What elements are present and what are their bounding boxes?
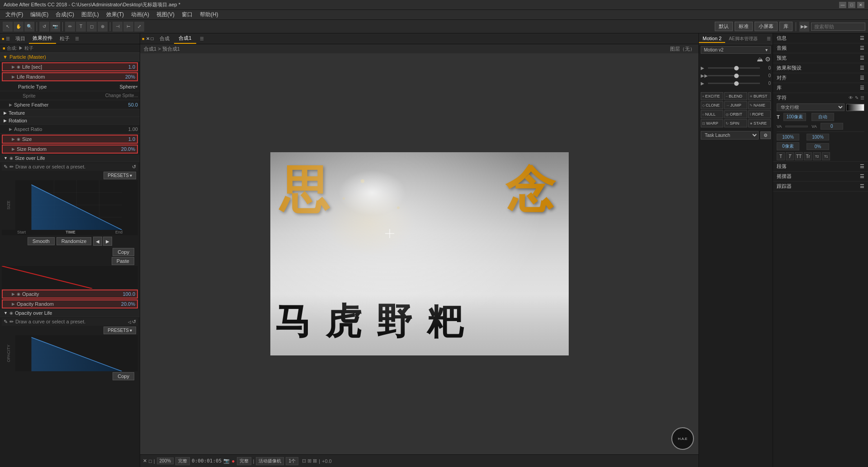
slider-2-thumb[interactable]	[734, 74, 739, 78]
size-value[interactable]: 1.0	[113, 136, 135, 142]
baseline-value[interactable]: 0像素	[777, 142, 799, 150]
tab-effect-controls[interactable]: 效果控件	[29, 33, 56, 44]
menu-effect[interactable]: 效果(T)	[103, 10, 127, 19]
row-expand[interactable]: ▶	[12, 65, 15, 69]
tool-puppet[interactable]: ⊕	[98, 22, 108, 32]
op-stopwatch[interactable]: ◉	[17, 292, 20, 296]
tool-hand[interactable]: ✋	[14, 22, 24, 32]
clone-button[interactable]: ◇ CLONE	[701, 101, 723, 109]
rotation-header[interactable]: ▶ Rotation	[0, 117, 140, 125]
tool-shape[interactable]: ◻	[87, 22, 97, 32]
tracking-value-2[interactable]: 0	[821, 123, 843, 130]
tool-snap[interactable]: ⤢	[134, 22, 144, 32]
arrow-left-icon[interactable]: ◁	[128, 320, 131, 324]
preview-square[interactable]: □	[151, 36, 153, 41]
tool-select[interactable]: ↖	[3, 22, 13, 32]
fmt-small-caps[interactable]: Tr	[804, 152, 812, 160]
reset-curve-icon[interactable]: ↺	[132, 164, 136, 170]
preview-tab-menu[interactable]: ☰	[200, 36, 204, 41]
burst-button[interactable]: ✳ BURST	[748, 92, 771, 100]
menu-composition[interactable]: 合成(C)	[52, 10, 78, 19]
workspace-default[interactable]: 默认	[715, 22, 733, 31]
stopwatch-icon[interactable]: ◉	[17, 65, 20, 69]
orbit-button[interactable]: ◎ ORBIT	[724, 110, 747, 118]
op-curve-icon[interactable]: ✏	[9, 319, 14, 325]
task-launch-select[interactable]: Task Launch	[701, 131, 759, 140]
opacity-over-life-header[interactable]: ▼ ◉ Opacity over Life	[0, 309, 140, 317]
search-input[interactable]	[811, 23, 865, 31]
close-button[interactable]: ✕	[857, 2, 864, 8]
warp-button[interactable]: ⊡ WARP	[701, 119, 723, 127]
preview-controls[interactable]: ■ ✕ □	[140, 36, 155, 41]
char-menu-icon[interactable]: ☰	[860, 95, 864, 100]
menu-animation[interactable]: 动画(A)	[127, 10, 153, 19]
task-launch-btn[interactable]: ⚙	[760, 131, 771, 139]
row-expand-2[interactable]: ▶	[12, 75, 15, 79]
effects-menu[interactable]: ☰	[860, 65, 864, 71]
prev-frame-btn[interactable]: ◀	[93, 237, 102, 246]
copy-button-1[interactable]: Copy	[113, 248, 134, 256]
fmt-italic[interactable]: T	[786, 152, 794, 160]
audio-menu[interactable]: ☰	[860, 45, 864, 51]
library-menu[interactable]: ☰	[860, 85, 864, 91]
row-expand-3[interactable]: ▶	[9, 103, 12, 107]
zoom-selector[interactable]: 200%	[157, 458, 174, 464]
tool-zoom[interactable]: 🔍	[24, 22, 34, 32]
texture-header[interactable]: ▶ Texture	[0, 109, 140, 117]
jump-button[interactable]: → JUMP	[724, 101, 747, 109]
tab-motion2[interactable]: Motion 2	[699, 35, 725, 43]
spin-button[interactable]: ↻ SPIN	[724, 119, 747, 127]
viewer-close-icon[interactable]: ✕	[143, 458, 147, 464]
paragraph-menu[interactable]: ☰	[860, 163, 864, 169]
life-sec-value[interactable]: 1.0	[113, 64, 135, 70]
tracker-menu[interactable]: ☰	[860, 183, 864, 189]
chevron-down-icon[interactable]: ▾	[136, 84, 138, 89]
slider-1-thumb[interactable]	[734, 66, 739, 70]
left-panel-controls[interactable]: ■ ☰	[0, 36, 12, 41]
char-size-value[interactable]: 100像素	[783, 113, 806, 121]
camera-selector[interactable]: 活动摄像机	[256, 457, 284, 465]
scale-v-value[interactable]: 100%	[807, 134, 829, 140]
slider-1-track[interactable]	[708, 67, 760, 69]
aspect-ratio-value[interactable]: 1.00	[115, 126, 138, 132]
curve-tool-icon[interactable]: ✏	[9, 164, 14, 170]
blend-button[interactable]: ~ BLEND	[724, 92, 747, 100]
maximize-button[interactable]: □	[848, 2, 855, 8]
char-eye-icon[interactable]: 👁	[849, 95, 853, 100]
stare-button[interactable]: ★ STARE	[748, 119, 771, 127]
op-presets-button[interactable]: PRESETS ▾	[104, 327, 136, 334]
opacity-random-value[interactable]: 20.0%	[113, 301, 135, 307]
menu-edit[interactable]: 编辑(E)	[27, 10, 52, 19]
wiggler-menu[interactable]: ☰	[860, 173, 864, 179]
particle-type-value[interactable]: Sphere	[113, 84, 136, 89]
motion-settings-icon[interactable]: ⚙	[765, 56, 771, 63]
fmt-super[interactable]: T2	[813, 152, 821, 160]
randomize-button[interactable]: Randomize	[57, 237, 92, 245]
workspace-library[interactable]: 库	[779, 22, 793, 31]
tab-particles[interactable]: 粒子	[56, 33, 73, 44]
char-auto-value[interactable]: 自动	[811, 113, 834, 121]
info-menu[interactable]: ☰	[860, 35, 864, 41]
tool-align2[interactable]: ⊢	[123, 22, 133, 32]
snapshot-icon[interactable]: 📷	[223, 458, 230, 464]
size-expand[interactable]: ▶	[12, 137, 15, 141]
reset-op-curve-icon[interactable]: ↺	[132, 319, 136, 325]
rope-button[interactable]: ⌇ ROPE	[748, 110, 771, 118]
copy-button-2[interactable]: Copy	[113, 372, 134, 380]
preview-tab-comp[interactable]: 合成	[155, 33, 174, 44]
char-pencil-icon[interactable]: ✎	[855, 95, 859, 100]
viewer-maximize-icon[interactable]: □	[149, 458, 152, 464]
paste-button[interactable]: Paste	[112, 257, 134, 265]
menu-help[interactable]: 帮助(H)	[196, 10, 222, 19]
null-button[interactable]: ○ NULL	[701, 110, 723, 118]
life-random-value[interactable]: 20%	[113, 74, 135, 79]
menu-window[interactable]: 窗口	[178, 10, 196, 19]
menu-layer[interactable]: 图层(L)	[78, 10, 103, 19]
scale-h-value[interactable]: 100%	[777, 134, 799, 140]
ool-stopwatch[interactable]: ◉	[9, 311, 13, 315]
fmt-sub[interactable]: T1	[822, 152, 830, 160]
menu-view[interactable]: 视图(V)	[153, 10, 178, 19]
preview-close[interactable]: ✕	[146, 36, 150, 41]
fmt-bold[interactable]: T	[777, 152, 785, 160]
sr-expand[interactable]: ▶	[12, 147, 15, 151]
